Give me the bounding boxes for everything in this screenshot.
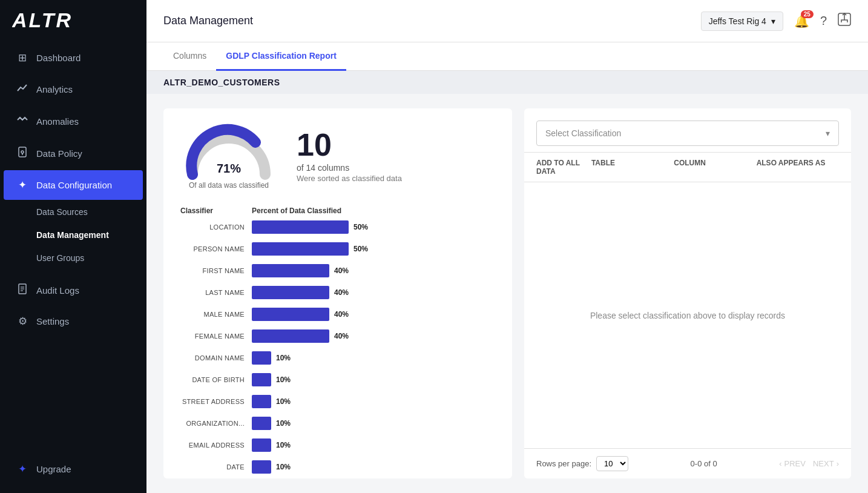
- columns-count: 10: [297, 129, 402, 160]
- data-policy-icon: [16, 147, 29, 160]
- bar-fill: [252, 351, 271, 365]
- gauge-description: Of all data was classified: [189, 181, 269, 190]
- sidebar-item-label: Data Configuration: [36, 180, 112, 190]
- bar-chart: LOCATION50%PERSON NAME50%FIRST NAME40%LA…: [180, 219, 495, 475]
- sub-item-label: Data Sources: [36, 207, 88, 217]
- sidebar-item-audit-logs[interactable]: Audit Logs: [4, 275, 143, 306]
- bar-label: LAST NAME: [180, 289, 252, 296]
- sidebar-sub-data-sources[interactable]: Data Sources: [4, 201, 143, 223]
- bar-label: PERSON NAME: [180, 245, 252, 253]
- bar-fill: [252, 460, 271, 474]
- sidebar-item-settings[interactable]: ⚙ Settings: [4, 306, 143, 336]
- bar-track: 10%: [252, 438, 495, 452]
- bar-fill: [252, 438, 271, 452]
- sidebar-item-dashboard[interactable]: ⊞ Dashboard: [4, 43, 143, 73]
- bar-track: 10%: [252, 417, 495, 430]
- audit-logs-icon: [16, 283, 29, 297]
- chevron-right-icon: ›: [837, 459, 839, 468]
- classification-placeholder: Select Classification: [545, 128, 621, 138]
- bar-row: MALE NAME40%: [180, 306, 495, 323]
- settings-icon: ⚙: [16, 315, 29, 328]
- topbar-right: Jeffs Test Rig 4 ▾ 🔔 25 ?: [701, 12, 851, 31]
- logo: ALTR: [12, 8, 79, 35]
- sidebar: ALTR ⊞ Dashboard Analytics Anomalies Dat…: [0, 0, 146, 493]
- data-configuration-icon: ✦: [16, 179, 29, 191]
- th-table: Table: [591, 159, 674, 176]
- sidebar-item-label: Dashboard: [36, 53, 81, 63]
- sidebar-item-label: Anomalies: [36, 116, 79, 127]
- upgrade-icon: ✦: [16, 463, 29, 475]
- pagination-range: 0-0 of 0: [691, 459, 717, 468]
- pagination-buttons: ‹ PREV NEXT ›: [779, 459, 839, 468]
- sub-item-label: User Groups: [36, 253, 84, 263]
- content-area: Columns GDLP Classification Report ALTR_…: [146, 42, 868, 493]
- bar-row: LAST NAME40%: [180, 284, 495, 301]
- bar-track: 50%: [252, 242, 495, 256]
- bar-pct: 40%: [334, 310, 349, 319]
- bar-row: ORGANIZATION...10%: [180, 415, 495, 432]
- sidebar-item-data-policy[interactable]: Data Policy: [4, 138, 143, 169]
- next-button[interactable]: NEXT ›: [813, 459, 839, 468]
- columns-sub1: of 14 columns: [297, 163, 402, 173]
- table-header: Add to All Data Table Column Also appear…: [524, 153, 851, 182]
- bar-fill: [252, 286, 329, 299]
- bar-track: 40%: [252, 329, 495, 343]
- anomalies-icon: [16, 114, 29, 128]
- bar-pct: 40%: [334, 288, 349, 297]
- sidebar-item-anomalies[interactable]: Anomalies: [4, 106, 143, 137]
- bar-pct: 40%: [334, 266, 349, 275]
- rows-per-page: Rows per page: 10: [536, 456, 628, 471]
- classification-dropdown[interactable]: Select Classification ▾: [536, 121, 839, 146]
- bar-pct: 10%: [276, 441, 291, 449]
- sidebar-item-label: Analytics: [36, 84, 73, 94]
- upgrade-label: Upgrade: [36, 464, 71, 474]
- bar-pct: 50%: [353, 223, 368, 231]
- bar-label: ORGANIZATION...: [180, 420, 252, 427]
- bar-label: DATE: [180, 463, 252, 471]
- bar-pct: 10%: [276, 419, 291, 428]
- prev-button[interactable]: ‹ PREV: [779, 459, 806, 468]
- env-label: Jeffs Test Rig 4: [709, 16, 766, 26]
- bar-pct: 40%: [334, 332, 349, 340]
- topbar: Data Management Jeffs Test Rig 4 ▾ 🔔 25 …: [146, 0, 868, 42]
- empty-state-message: Please select classification above to di…: [524, 182, 851, 448]
- profile-button[interactable]: [838, 13, 851, 29]
- sidebar-item-label: Settings: [36, 316, 69, 326]
- bar-fill: [252, 308, 329, 321]
- chevron-down-icon: ▾: [771, 16, 775, 26]
- page-title: Data Management: [163, 15, 253, 27]
- notification-button[interactable]: 🔔 25: [794, 14, 809, 28]
- right-panel: Select Classification ▾ Add to All Data …: [524, 108, 851, 478]
- svg-point-2: [21, 151, 24, 153]
- analytics-icon: [16, 82, 29, 96]
- bar-row: LOCATION50%: [180, 219, 495, 236]
- bar-label: FIRST NAME: [180, 267, 252, 274]
- tab-gdlp-report[interactable]: GDLP Classification Report: [216, 42, 346, 71]
- sidebar-sub-user-groups[interactable]: User Groups: [4, 247, 143, 269]
- bar-track: 10%: [252, 395, 495, 408]
- bar-pct: 10%: [276, 463, 291, 471]
- dashboard-icon: ⊞: [16, 51, 29, 64]
- sidebar-item-data-configuration[interactable]: ✦ Data Configuration: [4, 170, 143, 200]
- tab-columns[interactable]: Columns: [163, 42, 216, 71]
- rows-per-page-select[interactable]: 10: [596, 456, 628, 471]
- bar-label: LOCATION: [180, 223, 252, 231]
- sub-item-label: Data Management: [36, 230, 109, 240]
- columns-info: 10 of 14 columns Were sorted as classifi…: [297, 123, 402, 183]
- bar-label: STREET ADDRESS: [180, 398, 252, 405]
- bar-row: STREET ADDRESS10%: [180, 393, 495, 410]
- page-body: 71% Of all data was classified 10 of 14 …: [146, 94, 868, 493]
- sidebar-item-analytics[interactable]: Analytics: [4, 74, 143, 105]
- svg-text:ALTR: ALTR: [12, 8, 73, 31]
- columns-sub2: Were sorted as classified data: [297, 174, 402, 183]
- bar-label: MALE NAME: [180, 311, 252, 318]
- main-nav: ⊞ Dashboard Analytics Anomalies Data Pol…: [0, 42, 146, 449]
- bar-label: FEMALE NAME: [180, 333, 252, 340]
- chart-percent-label: Percent of Data Classified: [252, 207, 495, 215]
- sidebar-item-upgrade[interactable]: ✦ Upgrade: [4, 455, 143, 483]
- bar-row: FIRST NAME40%: [180, 262, 495, 279]
- help-button[interactable]: ?: [820, 14, 827, 28]
- sidebar-sub-data-management[interactable]: Data Management: [4, 224, 143, 246]
- environment-selector[interactable]: Jeffs Test Rig 4 ▾: [701, 12, 783, 31]
- gauge-container: 71% Of all data was classified: [180, 123, 277, 190]
